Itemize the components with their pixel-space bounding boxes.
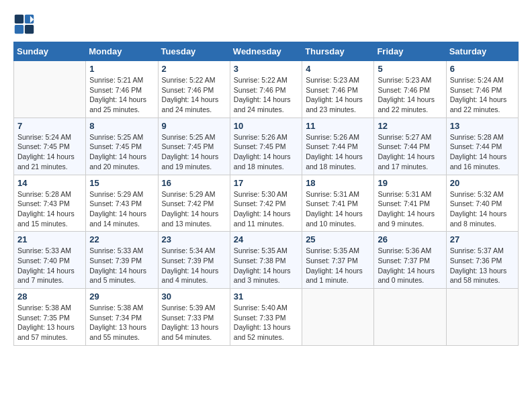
calendar-cell: 31Sunrise: 5:40 AMSunset: 7:33 PMDayligh… bbox=[230, 289, 302, 346]
day-info: Sunrise: 5:32 AMSunset: 7:40 PMDaylight:… bbox=[450, 189, 515, 229]
calendar-cell: 14Sunrise: 5:28 AMSunset: 7:43 PMDayligh… bbox=[14, 175, 86, 232]
calendar-cell: 13Sunrise: 5:28 AMSunset: 7:44 PMDayligh… bbox=[446, 118, 518, 175]
day-info: Sunrise: 5:31 AMSunset: 7:41 PMDaylight:… bbox=[378, 189, 442, 229]
calendar-cell: 1Sunrise: 5:21 AMSunset: 7:46 PMDaylight… bbox=[86, 61, 158, 118]
day-info: Sunrise: 5:29 AMSunset: 7:43 PMDaylight:… bbox=[89, 189, 154, 229]
day-info: Sunrise: 5:38 AMSunset: 7:34 PMDaylight:… bbox=[89, 303, 154, 342]
calendar-cell: 16Sunrise: 5:29 AMSunset: 7:42 PMDayligh… bbox=[158, 175, 230, 232]
day-info: Sunrise: 5:36 AMSunset: 7:37 PMDaylight:… bbox=[378, 246, 442, 285]
calendar-cell: 5Sunrise: 5:23 AMSunset: 7:46 PMDaylight… bbox=[374, 61, 446, 118]
logo bbox=[13, 13, 38, 35]
calendar-cell: 22Sunrise: 5:33 AMSunset: 7:39 PMDayligh… bbox=[86, 232, 158, 289]
day-number: 27 bbox=[450, 234, 515, 244]
day-info: Sunrise: 5:23 AMSunset: 7:46 PMDaylight:… bbox=[306, 75, 370, 115]
day-info: Sunrise: 5:26 AMSunset: 7:44 PMDaylight:… bbox=[306, 132, 370, 172]
week-row-1: 1Sunrise: 5:21 AMSunset: 7:46 PMDaylight… bbox=[14, 61, 519, 118]
day-number: 13 bbox=[450, 121, 515, 131]
day-info: Sunrise: 5:37 AMSunset: 7:36 PMDaylight:… bbox=[450, 246, 515, 285]
page-header bbox=[13, 13, 519, 35]
day-info: Sunrise: 5:21 AMSunset: 7:46 PMDaylight:… bbox=[89, 75, 154, 115]
calendar-cell bbox=[14, 61, 86, 118]
calendar-cell: 26Sunrise: 5:36 AMSunset: 7:37 PMDayligh… bbox=[374, 232, 446, 289]
calendar-cell: 27Sunrise: 5:37 AMSunset: 7:36 PMDayligh… bbox=[446, 232, 518, 289]
calendar-cell: 11Sunrise: 5:26 AMSunset: 7:44 PMDayligh… bbox=[302, 118, 374, 175]
column-header-monday: Monday bbox=[86, 42, 158, 61]
day-number: 22 bbox=[89, 234, 154, 244]
day-number: 17 bbox=[234, 178, 298, 188]
calendar-cell: 24Sunrise: 5:35 AMSunset: 7:38 PMDayligh… bbox=[230, 232, 302, 289]
day-info: Sunrise: 5:33 AMSunset: 7:40 PMDaylight:… bbox=[17, 246, 82, 285]
day-info: Sunrise: 5:40 AMSunset: 7:33 PMDaylight:… bbox=[234, 303, 298, 342]
day-info: Sunrise: 5:24 AMSunset: 7:46 PMDaylight:… bbox=[450, 75, 515, 115]
calendar-cell: 7Sunrise: 5:24 AMSunset: 7:45 PMDaylight… bbox=[14, 118, 86, 175]
day-number: 8 bbox=[89, 121, 154, 131]
calendar-cell: 29Sunrise: 5:38 AMSunset: 7:34 PMDayligh… bbox=[86, 289, 158, 346]
day-number: 14 bbox=[17, 178, 82, 188]
day-number: 5 bbox=[378, 64, 442, 74]
day-number: 15 bbox=[89, 178, 154, 188]
calendar-cell bbox=[446, 289, 518, 346]
day-number: 10 bbox=[234, 121, 298, 131]
calendar-cell bbox=[374, 289, 446, 346]
day-number: 25 bbox=[306, 234, 370, 244]
calendar-cell: 23Sunrise: 5:34 AMSunset: 7:39 PMDayligh… bbox=[158, 232, 230, 289]
svg-rect-3 bbox=[25, 25, 34, 34]
svg-rect-2 bbox=[15, 25, 24, 34]
calendar-cell bbox=[302, 289, 374, 346]
column-header-wednesday: Wednesday bbox=[230, 42, 302, 61]
day-number: 2 bbox=[162, 64, 226, 74]
day-info: Sunrise: 5:30 AMSunset: 7:42 PMDaylight:… bbox=[234, 189, 298, 229]
calendar-cell: 12Sunrise: 5:27 AMSunset: 7:44 PMDayligh… bbox=[374, 118, 446, 175]
day-info: Sunrise: 5:24 AMSunset: 7:45 PMDaylight:… bbox=[17, 132, 82, 172]
calendar-cell: 25Sunrise: 5:35 AMSunset: 7:37 PMDayligh… bbox=[302, 232, 374, 289]
day-info: Sunrise: 5:25 AMSunset: 7:45 PMDaylight:… bbox=[89, 132, 154, 172]
calendar-cell: 8Sunrise: 5:25 AMSunset: 7:45 PMDaylight… bbox=[86, 118, 158, 175]
day-info: Sunrise: 5:38 AMSunset: 7:35 PMDaylight:… bbox=[17, 303, 82, 342]
day-number: 1 bbox=[89, 64, 154, 74]
day-number: 29 bbox=[89, 291, 154, 302]
day-info: Sunrise: 5:34 AMSunset: 7:39 PMDaylight:… bbox=[162, 246, 226, 285]
day-info: Sunrise: 5:23 AMSunset: 7:46 PMDaylight:… bbox=[378, 75, 442, 115]
day-info: Sunrise: 5:22 AMSunset: 7:46 PMDaylight:… bbox=[234, 75, 298, 115]
day-info: Sunrise: 5:33 AMSunset: 7:39 PMDaylight:… bbox=[89, 246, 154, 285]
calendar-cell: 20Sunrise: 5:32 AMSunset: 7:40 PMDayligh… bbox=[446, 175, 518, 232]
calendar-table: SundayMondayTuesdayWednesdayThursdayFrid… bbox=[13, 42, 519, 346]
calendar-cell: 18Sunrise: 5:31 AMSunset: 7:41 PMDayligh… bbox=[302, 175, 374, 232]
day-info: Sunrise: 5:28 AMSunset: 7:43 PMDaylight:… bbox=[17, 189, 82, 229]
column-header-thursday: Thursday bbox=[302, 42, 374, 61]
column-header-tuesday: Tuesday bbox=[158, 42, 230, 61]
day-number: 11 bbox=[306, 121, 370, 131]
day-number: 31 bbox=[234, 291, 298, 302]
day-info: Sunrise: 5:26 AMSunset: 7:45 PMDaylight:… bbox=[234, 132, 298, 172]
day-number: 18 bbox=[306, 178, 370, 188]
calendar-cell: 19Sunrise: 5:31 AMSunset: 7:41 PMDayligh… bbox=[374, 175, 446, 232]
day-number: 12 bbox=[378, 121, 442, 131]
day-number: 20 bbox=[450, 178, 515, 188]
day-info: Sunrise: 5:35 AMSunset: 7:38 PMDaylight:… bbox=[234, 246, 298, 285]
calendar-cell: 6Sunrise: 5:24 AMSunset: 7:46 PMDaylight… bbox=[446, 61, 518, 118]
calendar-cell: 17Sunrise: 5:30 AMSunset: 7:42 PMDayligh… bbox=[230, 175, 302, 232]
day-number: 9 bbox=[162, 121, 226, 131]
calendar-header-row: SundayMondayTuesdayWednesdayThursdayFrid… bbox=[14, 42, 519, 61]
day-number: 28 bbox=[17, 291, 82, 302]
day-number: 30 bbox=[162, 291, 226, 302]
calendar-cell: 4Sunrise: 5:23 AMSunset: 7:46 PMDaylight… bbox=[302, 61, 374, 118]
day-info: Sunrise: 5:35 AMSunset: 7:37 PMDaylight:… bbox=[306, 246, 370, 285]
week-row-4: 21Sunrise: 5:33 AMSunset: 7:40 PMDayligh… bbox=[14, 232, 519, 289]
svg-rect-0 bbox=[15, 15, 24, 24]
day-number: 24 bbox=[234, 234, 298, 244]
day-info: Sunrise: 5:22 AMSunset: 7:46 PMDaylight:… bbox=[162, 75, 226, 115]
day-number: 19 bbox=[378, 178, 442, 188]
day-number: 4 bbox=[306, 64, 370, 74]
calendar-cell: 28Sunrise: 5:38 AMSunset: 7:35 PMDayligh… bbox=[14, 289, 86, 346]
day-info: Sunrise: 5:28 AMSunset: 7:44 PMDaylight:… bbox=[450, 132, 515, 172]
week-row-2: 7Sunrise: 5:24 AMSunset: 7:45 PMDaylight… bbox=[14, 118, 519, 175]
day-number: 3 bbox=[234, 64, 298, 74]
day-number: 26 bbox=[378, 234, 442, 244]
week-row-3: 14Sunrise: 5:28 AMSunset: 7:43 PMDayligh… bbox=[14, 175, 519, 232]
day-number: 7 bbox=[17, 121, 82, 131]
day-info: Sunrise: 5:31 AMSunset: 7:41 PMDaylight:… bbox=[306, 189, 370, 229]
calendar-cell: 3Sunrise: 5:22 AMSunset: 7:46 PMDaylight… bbox=[230, 61, 302, 118]
week-row-5: 28Sunrise: 5:38 AMSunset: 7:35 PMDayligh… bbox=[14, 289, 519, 346]
calendar-cell: 9Sunrise: 5:25 AMSunset: 7:45 PMDaylight… bbox=[158, 118, 230, 175]
